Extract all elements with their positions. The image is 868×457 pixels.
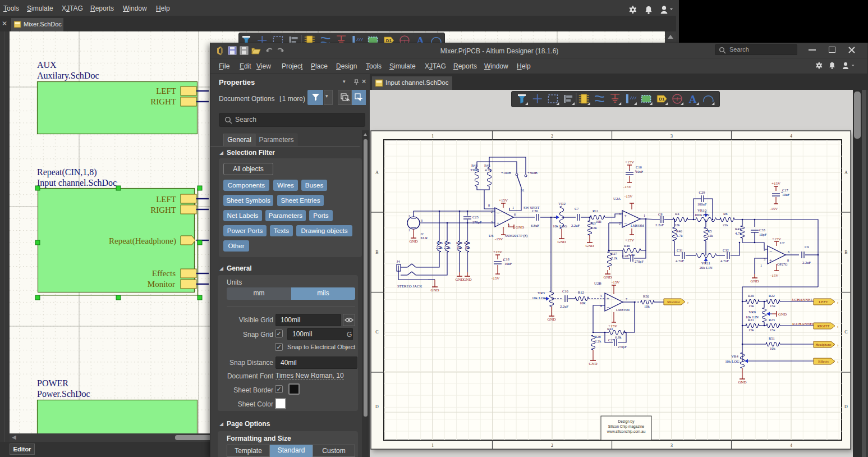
- svg-text:VR2: VR2: [558, 202, 566, 205]
- svg-text:Silicon Chip magazine: Silicon Chip magazine: [608, 424, 645, 429]
- svg-text:2: 2: [551, 443, 553, 448]
- svg-text:›: ›: [837, 324, 839, 329]
- svg-text:A: A: [689, 93, 697, 105]
- svg-text:+15V: +15V: [493, 250, 502, 254]
- svg-text:R41: R41: [607, 327, 613, 331]
- svg-text:Headphone: Headphone: [815, 342, 831, 346]
- svg-text:R6: R6: [723, 212, 728, 216]
- svg-text:+15V: +15V: [625, 160, 634, 164]
- svg-text:270pF: 270pF: [472, 220, 482, 224]
- svg-text:3: 3: [670, 134, 673, 139]
- svg-text:10k: 10k: [457, 245, 463, 249]
- svg-text:R50: R50: [643, 294, 649, 298]
- svg-text:10uF: 10uF: [636, 170, 644, 173]
- svg-text:Effects: Effects: [818, 359, 829, 363]
- svg-text:S1: S1: [521, 188, 525, 192]
- svg-text:SSM2017P (8): SSM2017P (8): [505, 234, 527, 238]
- svg-text:Monitor: Monitor: [667, 300, 681, 304]
- svg-text:GND: GND: [516, 225, 524, 230]
- svg-text:2.2k: 2.2k: [595, 339, 601, 343]
- svg-text:2.2uF: 2.2uF: [571, 223, 580, 227]
- svg-text:15k: 15k: [770, 328, 776, 332]
- svg-text:2: 2: [764, 248, 765, 252]
- svg-text:−: −: [769, 248, 772, 254]
- svg-text:U6: U6: [489, 234, 494, 237]
- svg-text:6.8k: 6.8k: [615, 335, 622, 339]
- svg-text:10R: 10R: [595, 220, 602, 223]
- svg-text:›: ›: [837, 342, 839, 348]
- svg-text:R22: R22: [769, 294, 775, 298]
- svg-text:10k LOG: 10k LOG: [532, 296, 546, 300]
- svg-text:›: ›: [687, 300, 689, 305]
- svg-text:−: −: [624, 221, 627, 226]
- svg-text:+: +: [497, 220, 499, 226]
- svg-text:D1: D1: [659, 97, 665, 102]
- svg-text:R26: R26: [444, 241, 451, 245]
- svg-text:C27: C27: [608, 338, 614, 342]
- svg-text:270pF: 270pF: [635, 259, 644, 263]
- svg-text:10k LOG: 10k LOG: [553, 224, 567, 228]
- svg-text:−: −: [497, 210, 499, 216]
- svg-text:C9: C9: [805, 245, 809, 249]
- svg-text:4: 4: [790, 134, 792, 139]
- svg-text:-15V: -15V: [495, 237, 503, 241]
- svg-text:4.7nF: 4.7nF: [676, 259, 684, 263]
- svg-text:A: A: [375, 170, 379, 175]
- svg-text:R51: R51: [769, 336, 775, 340]
- svg-text:4.7nF: 4.7nF: [720, 259, 729, 263]
- svg-text:VR9: VR9: [748, 310, 756, 314]
- svg-text:R40: R40: [624, 244, 630, 248]
- svg-text:3: 3: [421, 219, 422, 222]
- svg-text:C31: C31: [677, 248, 683, 252]
- svg-text:R4: R4: [675, 212, 679, 216]
- svg-text:15k: 15k: [770, 304, 776, 308]
- svg-text:10k LOG: 10k LOG: [725, 359, 740, 363]
- svg-text:10k: 10k: [770, 346, 776, 350]
- svg-text:U2B: U2B: [594, 281, 601, 285]
- svg-text:XLR: XLR: [420, 236, 428, 240]
- svg-text:GND: GND: [463, 277, 471, 282]
- svg-text:2.2uF: 2.2uF: [560, 304, 568, 308]
- svg-text:10uF: 10uF: [504, 262, 512, 266]
- svg-text:+15V: +15V: [771, 181, 780, 186]
- svg-text:10k: 10k: [465, 245, 471, 249]
- svg-text:2.2uF: 2.2uF: [802, 261, 811, 264]
- svg-text:330R: 330R: [470, 168, 479, 172]
- svg-text:270pF: 270pF: [618, 345, 627, 349]
- svg-text:-15V: -15V: [492, 276, 499, 281]
- svg-text:22k: 22k: [591, 226, 598, 230]
- svg-text:›: ›: [837, 359, 839, 364]
- svg-text:www.siliconchip.com.au: www.siliconchip.com.au: [607, 429, 646, 434]
- svg-text:GND: GND: [738, 380, 746, 385]
- svg-text:2.2k: 2.2k: [444, 245, 451, 249]
- svg-text:+15V: +15V: [499, 198, 508, 203]
- svg-text:R25: R25: [437, 241, 443, 245]
- svg-text:-15V: -15V: [770, 273, 778, 278]
- svg-text:15k: 15k: [748, 304, 755, 308]
- svg-text:A: A: [844, 170, 848, 175]
- svg-text:R20: R20: [748, 294, 754, 298]
- svg-text:-15V: -15V: [612, 280, 619, 285]
- svg-text:GND: GND: [778, 312, 787, 317]
- svg-text:R47: R47: [735, 227, 742, 231]
- svg-text:Design by: Design by: [618, 419, 635, 424]
- svg-text:1: 1: [431, 443, 434, 448]
- svg-text:2: 2: [491, 210, 493, 213]
- svg-text:GND: GND: [547, 317, 555, 322]
- svg-text:GND: GND: [409, 239, 417, 244]
- svg-text:10R: 10R: [580, 301, 586, 305]
- svg-text:C: C: [375, 330, 378, 335]
- svg-text:VR4: VR4: [731, 354, 738, 358]
- svg-text:10uF: 10uF: [782, 193, 790, 196]
- svg-text:6.8uF: 6.8uF: [531, 223, 539, 227]
- svg-text:B: B: [375, 250, 378, 255]
- svg-text:1: 1: [408, 228, 410, 232]
- svg-text:6: 6: [514, 213, 516, 216]
- svg-text:C8: C8: [658, 212, 663, 216]
- svg-text:C18: C18: [503, 257, 509, 261]
- svg-text:R23: R23: [769, 318, 775, 322]
- svg-text:C32: C32: [723, 248, 729, 252]
- svg-text:R12: R12: [578, 290, 584, 294]
- svg-text:+15V: +15V: [772, 237, 781, 241]
- svg-text:2: 2: [619, 222, 621, 225]
